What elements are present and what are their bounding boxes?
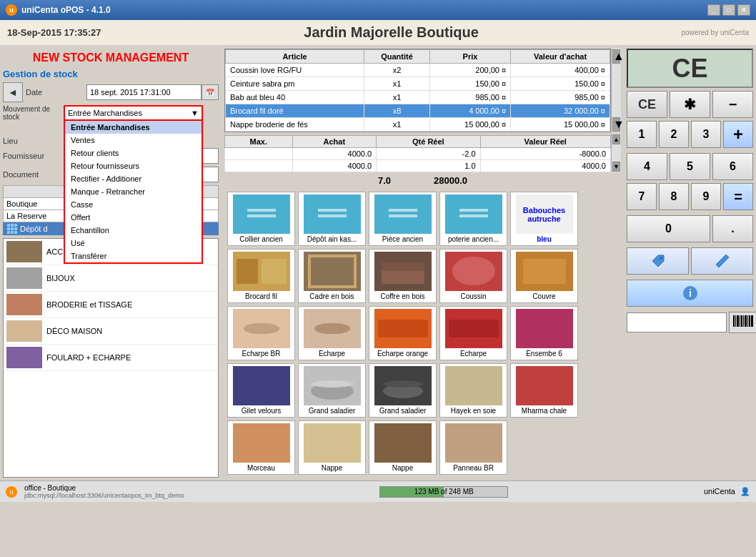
product-grand-saladier-1[interactable]: Grand saladier [298, 363, 366, 418]
product-cadre[interactable]: Cadre en bois [298, 249, 366, 303]
detail-scroll-up[interactable]: ▲ [612, 134, 620, 144]
product-hayek[interactable]: Hayek en soie [439, 363, 507, 418]
dd-item-retour-clients[interactable]: Retour clients [65, 147, 202, 159]
status-bar: u office - Boutique jdbc:mysql://localho… [0, 480, 756, 502]
scroll-up[interactable]: ▲ [612, 49, 620, 64]
dropdown-arrow-icon: ▼ [191, 109, 199, 117]
minus-button[interactable]: − [712, 91, 753, 118]
svg-rect-21 [244, 323, 279, 334]
product-couvre[interactable]: Couvre [510, 249, 578, 303]
movement-dropdown[interactable]: Entrée Marchandises ▼ Entrée Marchandise… [64, 105, 203, 121]
cat-item-broderie[interactable]: BRODERIE et TISSAGE [4, 292, 218, 318]
product-echarpe-orange[interactable]: Echarpe orange [369, 306, 437, 360]
barcode-icon[interactable] [729, 312, 756, 333]
detail-scroll-track[interactable] [612, 145, 621, 161]
btn-9[interactable]: 9 [691, 183, 721, 210]
product-coussin[interactable]: Coussin [439, 249, 507, 303]
product-echarpe-2[interactable]: Echarpe [439, 306, 507, 360]
stock-row-coussin[interactable]: Coussin love RG/FU x2 200,00 ¤ 400,00 ¤ [226, 64, 610, 77]
dd-item-rectifier[interactable]: Rectifier - Additioner [65, 172, 202, 185]
scroll-track[interactable] [612, 64, 621, 117]
nav-back-button[interactable]: ◄ [3, 82, 23, 102]
barcode-input[interactable] [627, 312, 727, 332]
btn-7[interactable]: 7 [627, 183, 657, 210]
product-coffre[interactable]: Coffre en bois [369, 249, 437, 303]
product-thumb-ensemble [516, 309, 573, 348]
dd-item-use[interactable]: Usé [65, 237, 202, 250]
depot-icon [7, 224, 17, 234]
scroll-down[interactable]: ▼ [612, 117, 620, 132]
status-app-icon: u [6, 486, 17, 498]
product-piece[interactable]: Pièce ancien [369, 192, 437, 246]
product-morceau[interactable]: Morceau [227, 420, 295, 475]
product-ensemble[interactable]: Ensembe 6 [510, 306, 578, 360]
product-echarpe-br[interactable]: Echarpe BR [227, 306, 295, 360]
dd-item-casse[interactable]: Casse [65, 198, 202, 211]
svg-point-17 [452, 257, 495, 285]
dd-item-entree[interactable]: Entrée Marchandises [65, 121, 202, 134]
btn-3[interactable]: 3 [691, 121, 721, 148]
product-babouches[interactable]: Babouches autruche bleu [510, 192, 578, 246]
product-thumb-poterie [445, 194, 502, 234]
product-grand-saladier-2[interactable]: Grand saladier [369, 363, 437, 418]
multiply-button[interactable]: ✱ [670, 91, 710, 118]
minimize-button[interactable]: _ [707, 4, 720, 16]
ce-button[interactable]: CE [627, 91, 667, 118]
product-thumb-nappe-1 [304, 423, 361, 463]
calendar-button[interactable]: 📅 [202, 84, 219, 100]
close-button[interactable]: ✕ [737, 4, 750, 16]
detail-col-achat: Achat [292, 136, 377, 148]
dd-item-transferer[interactable]: Transférer [65, 250, 202, 262]
cat-item-deco[interactable]: DÉCO MAISON [4, 318, 218, 345]
cat-item-foulard[interactable]: FOULARD + ECHARPE [4, 345, 218, 371]
product-depot-ain[interactable]: Dépôt ain kas... [298, 192, 366, 246]
product-collier[interactable]: Collier ancien [227, 192, 295, 246]
btn-4[interactable]: 4 [627, 153, 667, 180]
product-thumb-piece [374, 194, 432, 234]
col-prix: Prix [429, 50, 510, 64]
cat-item-bijoux[interactable]: BIJOUX [4, 265, 218, 292]
stock-row-bab[interactable]: Bab aut bleu 40 x1 985,00 ¤ 985,00 ¤ [226, 91, 610, 104]
dd-item-retour-fourn[interactable]: Retour fournisseurs [65, 159, 202, 172]
dd-item-offert[interactable]: Offert [65, 211, 202, 224]
btn-5[interactable]: 5 [670, 153, 710, 180]
stock-row-nappe[interactable]: Nappe broderie de fés x1 15 000,00 ¤ 15 … [226, 118, 610, 132]
btn-8[interactable]: 8 [659, 183, 689, 210]
btn-1[interactable]: 1 [627, 121, 657, 148]
maximize-button[interactable]: □ [722, 4, 735, 16]
btn-2[interactable]: 2 [659, 121, 689, 148]
edit-button[interactable] [691, 247, 753, 275]
date-input[interactable] [86, 84, 202, 100]
btn-dot[interactable]: . [712, 215, 753, 242]
equals-button[interactable]: = [723, 183, 753, 210]
plus-button[interactable]: + [723, 121, 753, 148]
product-nappe-2[interactable]: Nappe [369, 420, 437, 475]
movement-dropdown-trigger[interactable]: Entrée Marchandises ▼ [64, 105, 203, 121]
product-panneau[interactable]: Panneau BR [439, 420, 507, 475]
product-echarpe-1[interactable]: Echarpe [298, 306, 366, 360]
stock-row-ceinture[interactable]: Ceinture sabra pm x1 150,00 ¤ 150,00 ¤ [226, 77, 610, 91]
btn-0[interactable]: 0 [627, 215, 710, 242]
date-row: ◄ Date 📅 [3, 82, 219, 102]
svg-point-35 [383, 380, 423, 388]
stock-row-brocard[interactable]: Brocard fil doré x8 4 000,00 ¤ 32 000,00… [226, 104, 610, 118]
product-poterie[interactable]: poterie ancien... [439, 192, 507, 246]
col-valeur: Valeur d'achat [511, 50, 610, 64]
btn-6[interactable]: 6 [712, 153, 753, 180]
product-nappe-1[interactable]: Nappe [298, 420, 366, 475]
svg-rect-4 [389, 209, 417, 212]
detail-scroll-down[interactable]: ▼ [612, 162, 620, 172]
product-gilet[interactable]: Gilet velours [227, 363, 295, 418]
dd-item-manque[interactable]: Manque - Retrancher [65, 185, 202, 198]
tag-button[interactable] [627, 247, 689, 275]
product-brocard[interactable]: Brocard fil [227, 249, 295, 303]
product-thumb-babouches: Babouches autruche [516, 194, 573, 234]
detail-scrollbar[interactable]: ▲ ▼ [611, 134, 621, 172]
dd-item-echantillon[interactable]: Echantillon [65, 224, 202, 237]
product-mharma[interactable]: Mharma chale [510, 363, 578, 418]
dd-item-ventes[interactable]: Ventes [65, 134, 202, 147]
stock-table-scrollbar[interactable]: ▲ ▼ [611, 49, 621, 132]
app-icon: u [6, 4, 17, 16]
info-button[interactable]: i [627, 280, 753, 307]
right-panel: CE CE ✱ − 1 2 3 + 4 5 6 7 8 9 = [624, 46, 756, 480]
